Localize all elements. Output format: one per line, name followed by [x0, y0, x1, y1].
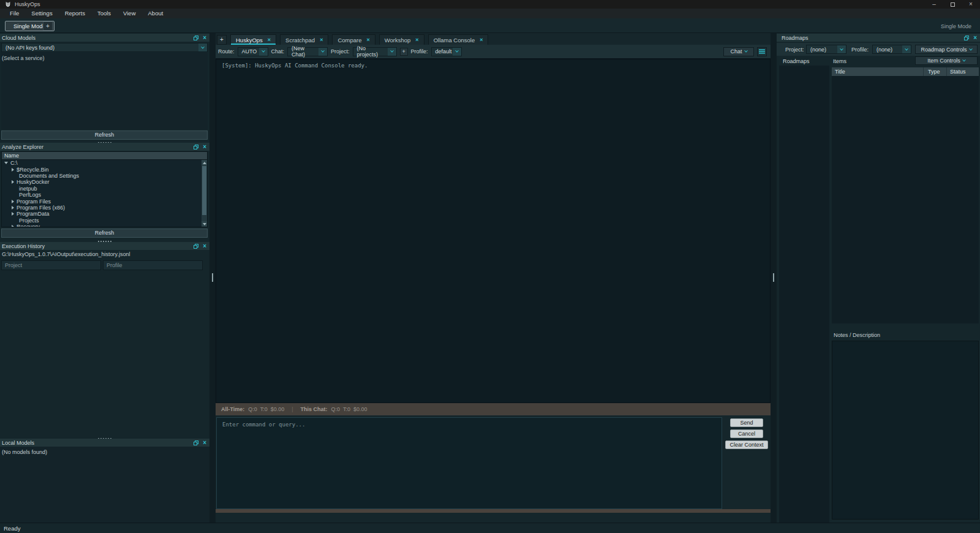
- log-list-button[interactable]: [757, 47, 767, 56]
- menu-item-view[interactable]: View: [117, 9, 141, 18]
- combo-chevron-button[interactable]: [388, 48, 396, 56]
- notes-description-editor[interactable]: [832, 341, 979, 520]
- combo-chevron-button[interactable]: [318, 48, 327, 56]
- items-table-body[interactable]: [832, 76, 979, 323]
- profile-label: Profile:: [411, 48, 428, 55]
- close-panel-icon[interactable]: ×: [203, 440, 206, 445]
- tree-scrollbar[interactable]: [202, 160, 207, 227]
- scroll-down-icon[interactable]: [202, 221, 207, 227]
- cloud-models-header: Cloud Models ×: [0, 34, 209, 42]
- tree-item-label: $Recycle.Bin: [17, 167, 49, 173]
- tree-collapsed-arrow-icon[interactable]: [12, 200, 14, 203]
- tree-item-documents-and-settings[interactable]: Documents and Settings: [2, 173, 202, 179]
- tree-item-inetpub[interactable]: inetpub: [2, 186, 202, 192]
- menu-item-file[interactable]: File: [4, 9, 25, 18]
- roadmaps-list[interactable]: [779, 66, 829, 523]
- route-combo[interactable]: AUTO: [238, 47, 268, 56]
- execution-history-panel: Execution History × G:\HuskyOps_1.0.7\AI…: [0, 242, 209, 437]
- tree-item-perflogs[interactable]: PerfLogs: [2, 192, 202, 198]
- tree-collapsed-arrow-icon[interactable]: [12, 206, 14, 210]
- tree-item-program-files[interactable]: Program Files: [2, 198, 202, 204]
- tab-scratchpad[interactable]: Scratchpad×: [280, 34, 328, 45]
- tree-item-program-files-x86[interactable]: Program Files (x86): [2, 205, 202, 211]
- project-filter-input[interactable]: [1, 260, 101, 270]
- tree-item-projects[interactable]: Projects: [2, 217, 202, 224]
- roadmaps-list-label: Roadmaps: [783, 58, 810, 64]
- add-mode-tab-button[interactable]: +: [43, 21, 53, 31]
- tab-huskyops[interactable]: HuskyOps×: [230, 34, 276, 45]
- combo-chevron-button[interactable]: [837, 45, 846, 53]
- tab-close-icon[interactable]: ×: [367, 37, 370, 43]
- right-splitter[interactable]: [771, 33, 777, 523]
- menu-item-reports[interactable]: Reports: [59, 9, 91, 18]
- tree-item-label: Program Files: [17, 198, 51, 205]
- tree-collapsed-arrow-icon[interactable]: [12, 225, 14, 227]
- window-title: HuskyOps: [15, 1, 40, 7]
- close-panel-icon[interactable]: ×: [203, 36, 206, 40]
- tab-ollama-console[interactable]: Ollama Console×: [428, 34, 489, 45]
- combo-chevron-button[interactable]: [453, 48, 461, 56]
- scroll-up-icon[interactable]: [202, 160, 207, 165]
- tab-compare[interactable]: Compare×: [332, 34, 375, 45]
- tree-expanded-arrow-icon[interactable]: [4, 162, 8, 164]
- chat-combo[interactable]: (New Chat): [287, 47, 328, 56]
- chevron-down-icon: [905, 47, 908, 50]
- close-panel-icon[interactable]: ×: [203, 145, 206, 149]
- tree-column-header-name[interactable]: Name: [2, 152, 207, 160]
- cloud-models-refresh-button[interactable]: Refresh: [1, 130, 208, 140]
- tab-close-icon[interactable]: ×: [268, 37, 271, 43]
- maximize-button[interactable]: [943, 0, 962, 9]
- tab-close-icon[interactable]: ×: [320, 37, 323, 43]
- profile-filter-input[interactable]: [103, 260, 203, 270]
- left-splitter[interactable]: [209, 33, 216, 523]
- tab-workshop[interactable]: Workshop×: [379, 34, 424, 45]
- api-service-combo[interactable]: (No API keys found): [1, 43, 208, 52]
- combo-chevron-button[interactable]: [259, 48, 268, 56]
- float-panel-icon[interactable]: [194, 145, 198, 149]
- tree-item-recovery[interactable]: Recovery: [2, 224, 202, 227]
- close-button[interactable]: ×: [962, 0, 980, 9]
- rd-project-combo[interactable]: (none): [806, 45, 846, 54]
- tree-item-huskydocker[interactable]: HuskyDocker: [2, 179, 202, 185]
- minimize-button[interactable]: –: [925, 0, 943, 9]
- tree-item-c[interactable]: C:\: [2, 160, 202, 166]
- chat-menu-button[interactable]: Chat: [723, 47, 754, 56]
- combo-chevron-button[interactable]: [198, 43, 207, 51]
- tree-collapsed-arrow-icon[interactable]: [12, 168, 14, 172]
- menu-item-settings[interactable]: Settings: [25, 9, 58, 18]
- tree-collapsed-arrow-icon[interactable]: [12, 212, 14, 216]
- tree-item-programdata[interactable]: ProgramData: [2, 211, 202, 217]
- close-panel-icon[interactable]: ×: [973, 36, 977, 40]
- scrollbar-thumb[interactable]: [202, 166, 206, 215]
- cancel-button[interactable]: Cancel: [730, 429, 763, 438]
- tree-item-recycle-bin[interactable]: $Recycle.Bin: [2, 166, 202, 172]
- item-controls-button[interactable]: Item Controls: [915, 56, 978, 65]
- menu-item-tools[interactable]: Tools: [91, 9, 117, 18]
- float-panel-icon[interactable]: [194, 244, 198, 249]
- roadmap-controls-button[interactable]: Roadmap Controls: [915, 45, 978, 54]
- clear-context-button[interactable]: Clear Context: [725, 440, 768, 449]
- tree-collapsed-arrow-icon[interactable]: [12, 180, 14, 184]
- close-panel-icon[interactable]: ×: [203, 244, 206, 249]
- column-header-type[interactable]: Type: [924, 67, 947, 76]
- float-panel-icon[interactable]: [964, 36, 969, 40]
- column-header-status[interactable]: Status: [947, 67, 979, 76]
- tab-close-icon[interactable]: ×: [480, 37, 483, 43]
- explorer-refresh-button[interactable]: Refresh: [1, 229, 208, 238]
- float-panel-icon[interactable]: [194, 36, 198, 40]
- add-tab-button[interactable]: +: [217, 35, 227, 45]
- add-project-button[interactable]: +: [400, 48, 408, 56]
- rd-profile-combo[interactable]: (none): [872, 45, 911, 54]
- column-header-title[interactable]: Title: [832, 67, 924, 76]
- project-combo[interactable]: (No projects): [353, 47, 397, 56]
- command-input[interactable]: [217, 418, 722, 508]
- item-controls-label: Item Controls: [927, 58, 960, 64]
- analyze-explorer-title: Analyze Explorer: [2, 144, 43, 150]
- menu-item-about[interactable]: About: [142, 9, 170, 18]
- float-panel-icon[interactable]: [194, 440, 198, 445]
- app-logo-icon: [5, 1, 11, 7]
- profile-combo[interactable]: default: [431, 47, 462, 56]
- combo-chevron-button[interactable]: [902, 45, 911, 53]
- tab-close-icon[interactable]: ×: [415, 37, 418, 43]
- send-button[interactable]: Send: [730, 418, 763, 427]
